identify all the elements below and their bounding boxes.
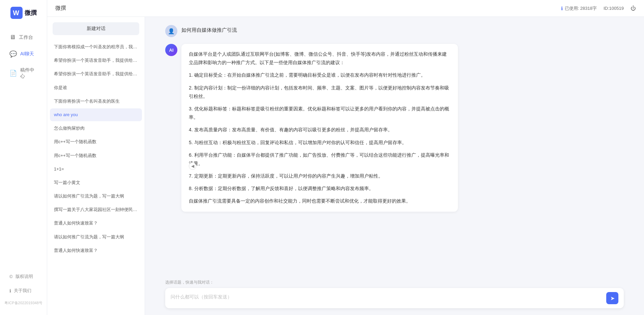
ai-message: AI 自媒体平台是个人或团队通过互联网平台(如博客、微博、微信公众号、抖音、快手… [165,44,624,212]
ai-paragraph-9: 自媒体推广引流需要具备一定的内容创作和社交能力，同时也需要不断尝试和优化，才能取… [189,197,450,205]
list-item[interactable]: 怎么做狗屎炒肉 [50,122,142,135]
nav-bottom: © 版权说明 ℹ 关于我们 粤ICP备2022019348号 [0,269,47,308]
left-nav: W 微撰 🖥 工作台 💬 AI聊天 📄 稿件中心 © 版权说明 ℹ 关于我们 粤… [0,0,47,315]
user-message-text: 如何用自媒体做推广引流 [181,25,237,33]
chat-main: 👤 如何用自媒体做推广引流 AI 自媒体平台是个人或团队通过互联网平台(如博客、… [145,17,644,315]
list-item[interactable]: 普通人如何快速致富？ [50,244,142,257]
ai-message-content: 自媒体平台是个人或团队通过互联网平台(如博客、微博、微信公众号、抖音、快手等)发… [181,44,458,212]
chat-list: 下面你将模拟成一个叫圣友的程序员，我说... 希望你扮演一个英语发音助手，我提供… [47,41,145,315]
app-name: 微撰 [25,9,37,17]
workbench-icon: 🖥 [9,34,16,41]
usage-info-icon: ℹ [561,6,563,11]
header-id: ID:100519 [604,6,624,11]
copyright-icon: © [9,274,13,279]
nav-items: 🖥 工作台 💬 AI聊天 📄 稿件中心 [0,29,47,269]
new-chat-button[interactable]: 新建对话 [53,22,139,35]
ai-paragraph-1: 1. 确定目标受众：在开始自媒体推广引流之前，需要明确目标受众是谁，以便在发布内… [189,71,450,79]
content-area: 新建对话 下面你将模拟成一个叫圣友的程序员，我说... 希望你扮演一个英语发音助… [47,17,644,315]
header-title: 微撰 [55,5,66,12]
message-input[interactable] [171,294,606,302]
input-box-wrap: ➤ [165,288,624,308]
list-item-active[interactable]: who are you [50,108,142,121]
sidebar-item-ai-chat[interactable]: 💬 AI聊天 [3,46,44,62]
send-button[interactable]: ➤ [606,292,618,304]
logo-area: W 微撰 [7,7,40,19]
copyright-label: 版权说明 [16,273,33,280]
ai-paragraph-6: 6. 利用平台推广功能：自媒体平台都提供了推广功能，如广告投放、付费推广等，可以… [189,151,450,168]
list-item[interactable]: 希望你扮演一个英语发音助手，我提供给你... [50,54,142,67]
send-icon: ➤ [610,295,615,301]
ai-paragraph-5: 5. 与粉丝互动：积极与粉丝互动，回复评论和私信，可以增加用户对你的认可和信任，… [189,138,450,147]
ai-paragraph-7: 7. 定期更新：定期更新内容，保持活跃度，可以让用户对你的内容产生兴趣，增加用户… [189,172,450,180]
about-icon: ℹ [9,288,11,293]
header-right: ℹ 已使用: 28318字 ID:100519 ⏻ [561,5,636,11]
list-item[interactable]: 用c++写一个随机函数 [50,135,142,148]
power-icon[interactable]: ⏻ [631,5,636,11]
list-item[interactable]: 写一篇小黄文 [50,176,142,189]
ai-paragraph-3: 3. 优化标题和标签：标题和标签是吸引粉丝的重要因素。优化标题和标签可以让更多的… [189,105,450,122]
list-item[interactable]: 撰写一篇关于八大家花园社区一刻钟便民生... [50,203,142,216]
svg-text:W: W [13,9,19,17]
list-item[interactable]: 你是谁 [50,81,142,94]
about-item[interactable]: ℹ 关于我们 [3,284,44,297]
list-item[interactable]: 普通人如何快速致富？ [50,217,142,230]
quick-topics-label: 选择话题，快速与我对话： [165,280,624,285]
icp-text: 粤ICP备2022019348号 [0,298,47,308]
ai-paragraph-8: 8. 分析数据：定期分析数据，了解用户反馈和喜好，以便调整推广策略和内容发布频率… [189,184,450,193]
list-item[interactable]: 下面你将模拟成一个叫圣友的程序员，我说... [50,41,142,53]
ai-chat-label: AI聊天 [20,51,34,57]
chat-sidebar: 新建对话 下面你将模拟成一个叫圣友的程序员，我说... 希望你扮演一个英语发音助… [47,17,145,315]
ai-paragraph-0: 自媒体平台是个人或团队通过互联网平台(如博客、微博、微信公众号、抖音、快手等)发… [189,50,450,67]
drafts-label: 稿件中心 [20,67,37,79]
ai-chat-icon: 💬 [9,50,17,58]
messages-area: 👤 如何用自媒体做推广引流 AI 自媒体平台是个人或团队通过互联网平台(如博客、… [145,17,644,276]
sidebar-item-drafts[interactable]: 📄 稿件中心 [3,63,44,83]
usage-area: ℹ 已使用: 28318字 [561,5,597,11]
list-item[interactable]: 用c++写一个随机函数 [50,149,142,162]
ai-paragraph-2: 2. 制定内容计划：制定一份详细的内容计划，包括发布时间、频率、主题、文案、图片… [189,84,450,101]
copyright-item[interactable]: © 版权说明 [3,270,44,283]
input-area: 选择话题，快速与我对话： ➤ [145,276,644,315]
list-item[interactable]: 1+1= [50,163,142,176]
collapse-sidebar-button[interactable]: ◀ [189,162,196,170]
logo-icon: W [10,7,23,19]
user-avatar: 👤 [165,25,177,37]
list-item[interactable]: 请以如何推广引流为题，写一篇大纲 [50,231,142,243]
ai-paragraph-4: 4. 发布高质量内容：发布高质量、有价值、有趣的内容可以吸引更多的粉丝，并提高用… [189,126,450,134]
workbench-label: 工作台 [19,34,33,41]
list-item[interactable]: 下面你将扮演一个名叫圣友的医生 [50,95,142,108]
user-message: 👤 如何用自媒体做推广引流 [165,25,624,37]
usage-label: 已使用: 28318字 [565,5,597,11]
drafts-icon: 📄 [9,70,17,77]
list-item[interactable]: 希望你扮演一个英语发音助手，我提供给你... [50,68,142,80]
list-item[interactable]: 请以如何推广引流为题，写一篇大纲 [50,190,142,203]
top-header: 微撰 ℹ 已使用: 28318字 ID:100519 ⏻ [47,0,644,17]
main-content: 微撰 ℹ 已使用: 28318字 ID:100519 ⏻ 新建对话 下面你将模拟… [47,0,644,315]
about-label: 关于我们 [14,288,31,294]
ai-avatar: AI [165,44,177,56]
sidebar-item-workbench[interactable]: 🖥 工作台 [3,30,44,45]
